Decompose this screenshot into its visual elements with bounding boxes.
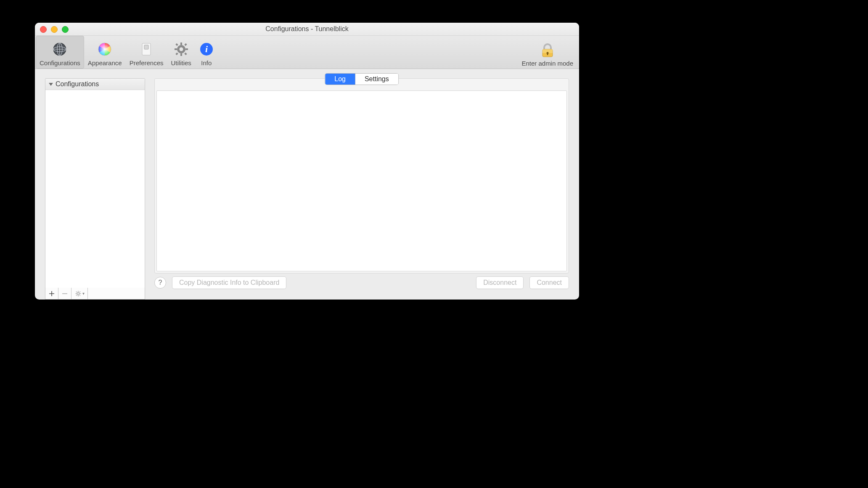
configurations-list[interactable] <box>45 90 145 275</box>
gear-icon <box>75 290 82 297</box>
svg-text:i: i <box>205 44 208 54</box>
svg-rect-16 <box>175 53 178 55</box>
footer: ? Copy Diagnostic Info to Clipboard Disc… <box>154 276 569 289</box>
disclosure-triangle-icon <box>49 83 53 86</box>
lock-icon <box>540 43 555 58</box>
toolbar-label: Appearance <box>88 59 122 66</box>
configurations-sidebar: Configurations <box>45 78 145 289</box>
app-window: Configurations - Tunnelblick Configurati… <box>35 23 579 300</box>
svg-point-34 <box>77 293 79 294</box>
toolbar-tab-preferences[interactable]: Preferences <box>126 36 167 69</box>
toolbar-label: Info <box>201 59 212 66</box>
sidebar-footer: ▾ <box>45 288 145 300</box>
svg-rect-10 <box>180 42 182 45</box>
svg-rect-14 <box>175 43 178 46</box>
svg-rect-12 <box>175 48 177 50</box>
svg-rect-13 <box>185 48 188 50</box>
toolbar-tab-info[interactable]: i Info <box>195 36 218 69</box>
svg-rect-29 <box>80 293 81 294</box>
network-globe-icon <box>52 42 67 57</box>
chevron-down-icon: ▾ <box>82 291 85 296</box>
svg-rect-32 <box>76 294 77 296</box>
window-title: Configurations - Tunnelblick <box>35 23 579 35</box>
toolbar-tab-appearance[interactable]: Appearance <box>84 36 126 69</box>
remove-configuration-button[interactable] <box>58 288 71 299</box>
tab-log[interactable]: Log <box>325 74 355 85</box>
titlebar: Configurations - Tunnelblick <box>35 23 579 36</box>
svg-rect-24 <box>547 53 548 55</box>
toolbar-label: Configurations <box>40 59 80 66</box>
toolbar-tab-utilities[interactable]: Utilities <box>167 36 195 69</box>
enter-admin-mode-button[interactable]: Enter admin mode <box>519 36 578 69</box>
minus-icon <box>62 291 68 297</box>
svg-rect-11 <box>180 53 182 56</box>
svg-rect-27 <box>78 295 79 297</box>
svg-rect-15 <box>184 43 187 46</box>
svg-rect-26 <box>78 291 79 292</box>
svg-rect-33 <box>79 295 80 296</box>
sidebar-header-label: Configurations <box>56 79 99 90</box>
help-button[interactable]: ? <box>154 277 166 289</box>
connect-button[interactable]: Connect <box>529 276 569 289</box>
sidebar-footer-spacer <box>88 288 145 299</box>
switch-icon <box>139 42 154 57</box>
toolbar-tab-configurations[interactable]: Configurations <box>36 36 84 69</box>
svg-rect-30 <box>76 291 77 292</box>
toolbar-label: Preferences <box>130 59 164 66</box>
toolbar-label: Utilities <box>171 59 191 66</box>
admin-label: Enter admin mode <box>521 60 573 67</box>
add-configuration-button[interactable] <box>45 288 58 299</box>
configuration-action-menu-button[interactable]: ▾ <box>71 288 88 299</box>
tab-settings[interactable]: Settings <box>355 74 398 85</box>
toolbar: Configurations <box>35 36 579 69</box>
info-icon: i <box>199 42 214 57</box>
plus-icon <box>49 291 55 297</box>
log-output[interactable] <box>156 90 567 271</box>
main-panel: Log Settings <box>154 78 569 273</box>
disconnect-button[interactable]: Disconnect <box>476 276 524 289</box>
segmented-control: Log Settings <box>325 73 399 85</box>
svg-rect-8 <box>144 45 148 49</box>
content-area: Configurations <box>35 68 579 300</box>
svg-rect-28 <box>75 293 77 294</box>
sidebar-header[interactable]: Configurations <box>45 79 145 90</box>
color-wheel-icon <box>97 42 112 57</box>
copy-diagnostic-info-button[interactable]: Copy Diagnostic Info to Clipboard <box>172 276 286 289</box>
svg-point-18 <box>179 48 183 51</box>
svg-rect-17 <box>184 53 187 55</box>
gear-icon <box>174 42 189 57</box>
svg-rect-31 <box>79 291 80 292</box>
